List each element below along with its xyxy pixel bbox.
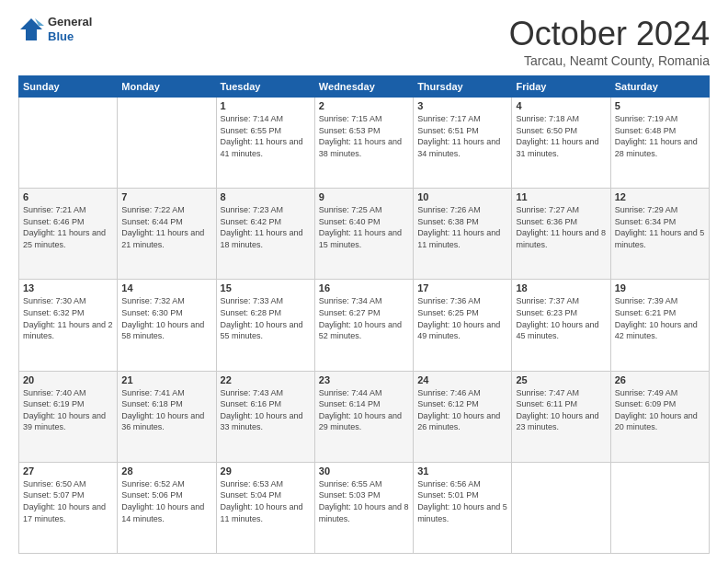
calendar-cell: 11Sunrise: 7:27 AM Sunset: 6:36 PM Dayli… [512, 189, 610, 280]
column-header-tuesday: Tuesday [216, 76, 314, 98]
day-number: 18 [516, 282, 606, 293]
day-info: Sunrise: 7:14 AM Sunset: 6:55 PM Dayligh… [221, 113, 311, 159]
day-info: Sunrise: 6:56 AM Sunset: 5:01 PM Dayligh… [417, 478, 507, 524]
column-header-friday: Friday [512, 76, 610, 98]
day-number: 17 [417, 282, 507, 293]
calendar-cell: 13Sunrise: 7:30 AM Sunset: 6:32 PM Dayli… [19, 280, 118, 371]
day-number: 29 [221, 465, 311, 477]
calendar-cell: 8Sunrise: 7:23 AM Sunset: 6:42 PM Daylig… [216, 189, 314, 280]
calendar-cell: 29Sunrise: 6:53 AM Sunset: 5:04 PM Dayli… [216, 462, 314, 553]
calendar-header-row: SundayMondayTuesdayWednesdayThursdayFrid… [19, 76, 710, 98]
day-number: 14 [121, 282, 211, 293]
day-number: 21 [121, 374, 211, 385]
calendar-cell: 25Sunrise: 7:47 AM Sunset: 6:11 PM Dayli… [512, 371, 610, 462]
calendar-cell: 28Sunrise: 6:52 AM Sunset: 5:06 PM Dayli… [118, 462, 216, 553]
day-number: 3 [417, 100, 507, 111]
column-header-saturday: Saturday [610, 76, 709, 98]
day-number: 16 [319, 282, 409, 293]
calendar-cell: 21Sunrise: 7:41 AM Sunset: 6:18 PM Dayli… [118, 371, 216, 462]
day-number: 12 [615, 191, 705, 202]
day-info: Sunrise: 7:43 AM Sunset: 6:16 PM Dayligh… [221, 387, 311, 433]
day-number: 15 [221, 282, 311, 293]
day-info: Sunrise: 7:46 AM Sunset: 6:12 PM Dayligh… [417, 387, 507, 433]
day-number: 13 [23, 282, 113, 293]
day-info: Sunrise: 7:33 AM Sunset: 6:28 PM Dayligh… [221, 295, 311, 341]
calendar-cell: 9Sunrise: 7:25 AM Sunset: 6:40 PM Daylig… [314, 189, 413, 280]
day-info: Sunrise: 7:19 AM Sunset: 6:48 PM Dayligh… [615, 113, 705, 159]
calendar-cell: 2Sunrise: 7:15 AM Sunset: 6:53 PM Daylig… [314, 98, 413, 189]
calendar-cell: 22Sunrise: 7:43 AM Sunset: 6:16 PM Dayli… [216, 371, 314, 462]
location-title: Tarcau, Neamt County, Romania [509, 53, 710, 68]
calendar-cell: 30Sunrise: 6:55 AM Sunset: 5:03 PM Dayli… [314, 462, 413, 553]
calendar-cell: 3Sunrise: 7:17 AM Sunset: 6:51 PM Daylig… [414, 98, 512, 189]
day-info: Sunrise: 6:53 AM Sunset: 5:04 PM Dayligh… [221, 478, 311, 524]
day-number: 5 [615, 100, 705, 111]
day-info: Sunrise: 7:44 AM Sunset: 6:14 PM Dayligh… [319, 387, 409, 433]
calendar-week-1: 1Sunrise: 7:14 AM Sunset: 6:55 PM Daylig… [19, 98, 710, 189]
logo-text: General Blue [48, 15, 92, 43]
day-info: Sunrise: 7:29 AM Sunset: 6:34 PM Dayligh… [615, 204, 705, 250]
calendar-cell: 31Sunrise: 6:56 AM Sunset: 5:01 PM Dayli… [414, 462, 512, 553]
calendar-cell [19, 98, 118, 189]
calendar-cell: 4Sunrise: 7:18 AM Sunset: 6:50 PM Daylig… [512, 98, 610, 189]
day-number: 2 [319, 100, 409, 111]
day-info: Sunrise: 7:37 AM Sunset: 6:23 PM Dayligh… [516, 295, 606, 341]
calendar-cell: 16Sunrise: 7:34 AM Sunset: 6:27 PM Dayli… [314, 280, 413, 371]
day-info: Sunrise: 7:17 AM Sunset: 6:51 PM Dayligh… [417, 113, 507, 159]
day-info: Sunrise: 7:25 AM Sunset: 6:40 PM Dayligh… [319, 204, 409, 250]
calendar-table: SundayMondayTuesdayWednesdayThursdayFrid… [18, 75, 710, 554]
day-number: 19 [615, 282, 705, 293]
calendar-cell: 17Sunrise: 7:36 AM Sunset: 6:25 PM Dayli… [414, 280, 512, 371]
day-info: Sunrise: 7:47 AM Sunset: 6:11 PM Dayligh… [516, 387, 606, 433]
column-header-thursday: Thursday [414, 76, 512, 98]
day-number: 27 [23, 465, 113, 477]
day-info: Sunrise: 7:18 AM Sunset: 6:50 PM Dayligh… [516, 113, 606, 159]
day-info: Sunrise: 7:26 AM Sunset: 6:38 PM Dayligh… [417, 204, 507, 250]
day-info: Sunrise: 7:30 AM Sunset: 6:32 PM Dayligh… [23, 295, 113, 341]
day-number: 26 [615, 374, 705, 385]
day-number: 24 [417, 374, 507, 385]
calendar-cell: 26Sunrise: 7:49 AM Sunset: 6:09 PM Dayli… [610, 371, 709, 462]
calendar-week-2: 6Sunrise: 7:21 AM Sunset: 6:46 PM Daylig… [19, 189, 710, 280]
day-number: 7 [121, 191, 211, 202]
calendar-cell: 1Sunrise: 7:14 AM Sunset: 6:55 PM Daylig… [216, 98, 314, 189]
calendar-cell [610, 462, 709, 553]
day-info: Sunrise: 7:41 AM Sunset: 6:18 PM Dayligh… [121, 387, 211, 433]
day-info: Sunrise: 6:52 AM Sunset: 5:06 PM Dayligh… [121, 478, 211, 524]
logo: General Blue [18, 15, 92, 43]
day-number: 22 [221, 374, 311, 385]
day-number: 23 [319, 374, 409, 385]
day-info: Sunrise: 6:50 AM Sunset: 5:07 PM Dayligh… [23, 478, 113, 524]
day-number: 9 [319, 191, 409, 202]
day-number: 30 [319, 465, 409, 477]
calendar-week-5: 27Sunrise: 6:50 AM Sunset: 5:07 PM Dayli… [19, 462, 710, 553]
column-header-wednesday: Wednesday [314, 76, 413, 98]
calendar-cell: 19Sunrise: 7:39 AM Sunset: 6:21 PM Dayli… [610, 280, 709, 371]
day-number: 1 [221, 100, 311, 111]
calendar-cell [118, 98, 216, 189]
day-number: 6 [23, 191, 113, 202]
day-number: 28 [121, 465, 211, 477]
calendar-cell: 15Sunrise: 7:33 AM Sunset: 6:28 PM Dayli… [216, 280, 314, 371]
page: General Blue October 2024 Tarcau, Neamt … [0, 0, 728, 563]
day-info: Sunrise: 7:34 AM Sunset: 6:27 PM Dayligh… [319, 295, 409, 341]
calendar-week-4: 20Sunrise: 7:40 AM Sunset: 6:19 PM Dayli… [19, 371, 710, 462]
calendar-cell: 18Sunrise: 7:37 AM Sunset: 6:23 PM Dayli… [512, 280, 610, 371]
day-number: 20 [23, 374, 113, 385]
day-number: 8 [221, 191, 311, 202]
calendar-cell: 7Sunrise: 7:22 AM Sunset: 6:44 PM Daylig… [118, 189, 216, 280]
day-info: Sunrise: 7:23 AM Sunset: 6:42 PM Dayligh… [221, 204, 311, 250]
day-number: 25 [516, 374, 606, 385]
calendar-cell: 5Sunrise: 7:19 AM Sunset: 6:48 PM Daylig… [610, 98, 709, 189]
calendar-cell: 23Sunrise: 7:44 AM Sunset: 6:14 PM Dayli… [314, 371, 413, 462]
day-info: Sunrise: 7:27 AM Sunset: 6:36 PM Dayligh… [516, 204, 606, 250]
day-info: Sunrise: 7:32 AM Sunset: 6:30 PM Dayligh… [121, 295, 211, 341]
day-number: 11 [516, 191, 606, 202]
calendar-week-3: 13Sunrise: 7:30 AM Sunset: 6:32 PM Dayli… [19, 280, 710, 371]
logo-blue-text: Blue [48, 29, 92, 44]
column-header-sunday: Sunday [19, 76, 118, 98]
day-info: Sunrise: 7:36 AM Sunset: 6:25 PM Dayligh… [417, 295, 507, 341]
header: General Blue October 2024 Tarcau, Neamt … [18, 15, 710, 68]
title-block: October 2024 Tarcau, Neamt County, Roman… [509, 15, 710, 68]
day-info: Sunrise: 7:40 AM Sunset: 6:19 PM Dayligh… [23, 387, 113, 433]
